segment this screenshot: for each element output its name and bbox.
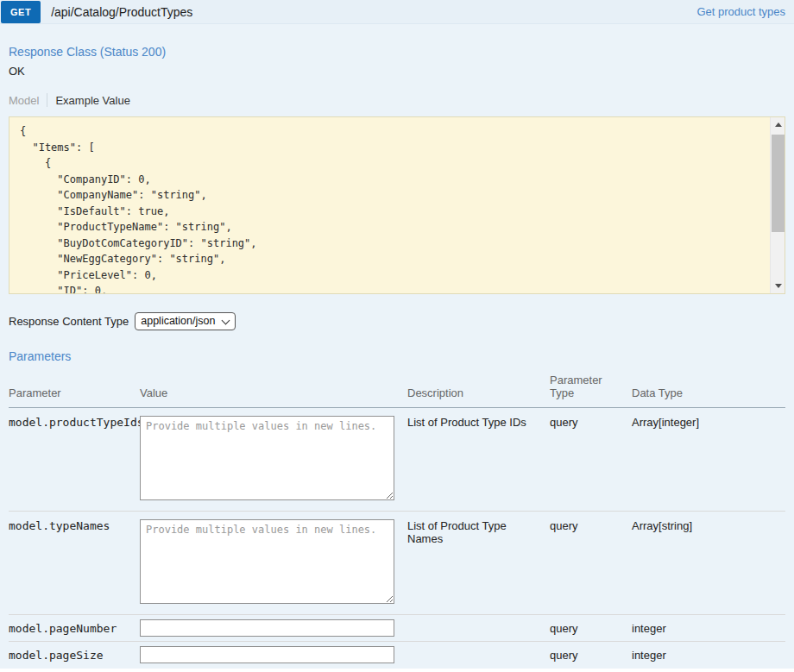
operation-header: GET /api/Catalog/ProductTypes Get produc… [0,0,794,24]
response-status-text: OK [9,65,785,78]
parameters-heading: Parameters [9,349,785,363]
param-data-type: integer [632,615,785,642]
col-header-parameter: Parameter [9,367,140,408]
productTypeIds-textarea[interactable] [140,416,394,500]
operation-summary-link[interactable]: Get product types [696,5,785,18]
example-value-json: { "Items": [ { "CompanyID": 0, "CompanyN… [9,117,785,293]
scrollbar-down-icon[interactable] [771,279,785,293]
param-name: model.productTypeIds [9,408,140,512]
response-class-heading: Response Class (Status 200) [9,24,785,59]
response-tabs: Model Example Value [9,92,785,108]
tab-model[interactable]: Model [9,94,39,107]
operation-content: Response Class (Status 200) OK Model Exa… [0,24,794,669]
param-row-pageNumber: model.pageNumber query integer [9,615,785,642]
tab-divider [47,93,47,107]
col-header-data-type: Data Type [632,367,785,408]
col-header-description: Description [407,367,550,408]
api-operation-panel: GET /api/Catalog/ProductTypes Get produc… [0,0,794,669]
param-type: query [550,615,632,642]
col-header-parameter-type: Parameter Type [550,367,632,408]
param-data-type: integer [632,642,785,669]
parameters-header-row: Parameter Value Description Parameter Ty… [9,367,785,408]
scrollbar-up-icon[interactable] [771,117,785,132]
param-description: List of Product Type IDs [407,408,550,512]
col-header-value: Value [140,367,407,408]
typeNames-textarea[interactable] [140,519,394,604]
tab-example-value[interactable]: Example Value [55,94,129,107]
response-content-type-label: Response Content Type [9,315,129,328]
param-row-pageSize: model.pageSize query integer [9,642,785,669]
pageNumber-input[interactable] [140,619,394,637]
param-type: query [550,642,632,669]
param-data-type: Array[integer] [632,408,785,512]
parameters-table: Parameter Value Description Parameter Ty… [9,367,785,668]
response-content-type-select[interactable]: application/json [135,312,236,330]
param-row-typeNames: model.typeNames List of Product Type Nam… [9,512,785,615]
param-description: List of Product Type Names [407,512,550,615]
code-scrollbar[interactable] [770,117,785,293]
param-row-productTypeIds: model.productTypeIds List of Product Typ… [9,408,785,512]
scrollbar-thumb[interactable] [772,135,785,232]
param-type: query [550,512,632,615]
page-bottom-strip [0,669,794,672]
http-method-badge: GET [1,1,41,23]
param-data-type: Array[string] [632,512,785,615]
response-content-type-select-wrap: application/json [135,312,236,330]
pageSize-input[interactable] [140,646,394,663]
param-description [407,615,550,642]
endpoint-path: /api/Catalog/ProductTypes [51,5,192,19]
param-name: model.pageNumber [9,615,140,642]
example-value-code-block: { "Items": [ { "CompanyID": 0, "CompanyN… [9,116,785,294]
param-type: query [550,408,632,512]
param-description [407,642,550,669]
param-name: model.pageSize [9,642,140,669]
param-name: model.typeNames [9,512,140,615]
response-content-type-row: Response Content Type application/json [9,312,785,330]
